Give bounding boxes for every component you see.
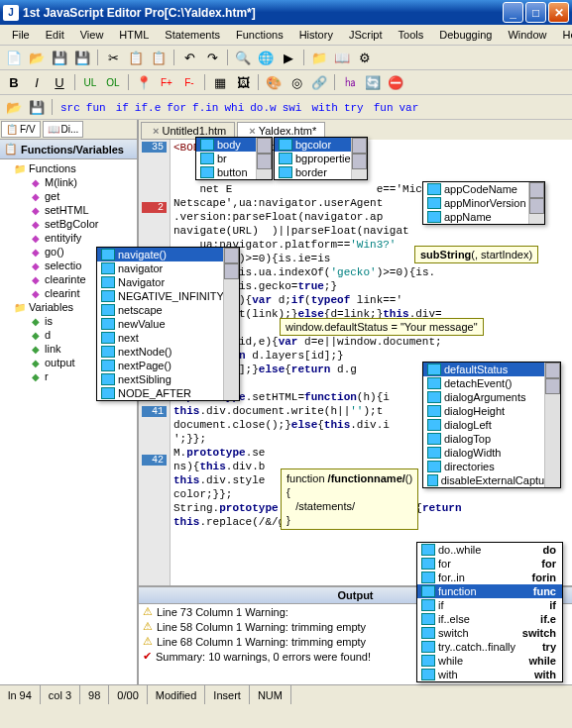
- snippet-fun[interactable]: fun: [371, 102, 397, 114]
- tree-item[interactable]: 📁Functions: [2, 161, 135, 175]
- popup-item[interactable]: do..whiledo: [417, 543, 562, 557]
- popup-item[interactable]: dialogHeight: [423, 404, 560, 418]
- line-number[interactable]: 2: [142, 202, 167, 213]
- link-icon[interactable]: 🔗: [309, 72, 329, 92]
- close-icon[interactable]: ×: [153, 125, 159, 137]
- popup-item[interactable]: if..elseif.e: [417, 612, 562, 626]
- scrollbar[interactable]: [351, 138, 367, 179]
- snippet-do.w[interactable]: do.w: [247, 102, 279, 114]
- popup-item[interactable]: dialogLeft: [423, 418, 560, 432]
- popup-item[interactable]: navigate(): [97, 248, 239, 261]
- snippet-fun[interactable]: fun: [83, 102, 109, 114]
- popup-item[interactable]: switchswitch: [417, 626, 562, 640]
- popup-item[interactable]: withwith: [417, 668, 562, 681]
- popup-item[interactable]: Navigator: [97, 275, 239, 289]
- close-icon[interactable]: ×: [249, 125, 255, 137]
- folder-icon[interactable]: 📁: [309, 48, 329, 67]
- popup-item[interactable]: nextNode(): [97, 345, 239, 359]
- popup-item[interactable]: dialogWidth: [423, 446, 560, 460]
- popup-item[interactable]: ifif: [417, 598, 562, 612]
- book-icon[interactable]: 📖: [332, 48, 352, 67]
- underline-icon[interactable]: U: [50, 72, 69, 92]
- line-number[interactable]: 35: [142, 142, 167, 153]
- popup-item[interactable]: nextPage(): [97, 359, 239, 372]
- font-minus-icon[interactable]: F-: [179, 72, 199, 92]
- snippet-for[interactable]: for: [164, 102, 189, 114]
- anchor-icon[interactable]: 📍: [134, 72, 154, 92]
- popup-item[interactable]: forfor: [417, 557, 562, 571]
- popup-item[interactable]: disableExternalCapture: [423, 473, 560, 487]
- popup-item[interactable]: navigator: [97, 261, 239, 275]
- autocomplete-n[interactable]: navigate()navigatorNavigatorNEGATIVE_INF…: [96, 247, 240, 401]
- popup-item[interactable]: next: [97, 331, 239, 345]
- redo-icon[interactable]: ↷: [202, 48, 222, 67]
- menu-statements[interactable]: Statements: [157, 27, 228, 43]
- snippet-if.e[interactable]: if.e: [132, 102, 164, 114]
- snippet-if[interactable]: if: [113, 102, 132, 114]
- popup-item[interactable]: newValue: [97, 317, 239, 331]
- line-number[interactable]: 41: [142, 406, 167, 417]
- maximize-button[interactable]: □: [525, 2, 546, 23]
- autocomplete-statements[interactable]: do..whiledoforforfor..inforinfunctionfun…: [416, 542, 563, 682]
- refresh-icon[interactable]: 🔄: [363, 72, 383, 92]
- italic-icon[interactable]: I: [27, 72, 47, 92]
- snippet-try[interactable]: try: [341, 102, 367, 114]
- new-icon[interactable]: 📄: [4, 48, 24, 67]
- popup-item[interactable]: directories: [423, 460, 560, 473]
- popup-item[interactable]: for..inforin: [417, 571, 562, 584]
- sidebar-tab-fv[interactable]: 📋 F/V: [1, 121, 41, 138]
- menu-history[interactable]: History: [291, 27, 341, 43]
- find-icon[interactable]: 🔍: [233, 48, 253, 67]
- snippet-whi[interactable]: whi: [221, 102, 247, 114]
- minimize-button[interactable]: _: [503, 2, 523, 23]
- menu-tools[interactable]: Tools: [391, 27, 432, 43]
- ul-icon[interactable]: UL: [80, 72, 100, 92]
- snippet-src[interactable]: src: [57, 102, 83, 114]
- line-number[interactable]: 42: [142, 455, 167, 466]
- font-plus-icon[interactable]: F+: [157, 72, 176, 92]
- saveall-icon[interactable]: 💾: [72, 48, 92, 67]
- popup-item[interactable]: netscape: [97, 303, 239, 317]
- menu-help[interactable]: Help: [555, 27, 572, 43]
- autocomplete-tags[interactable]: bodybrbutton: [195, 137, 273, 180]
- close-button[interactable]: ✕: [548, 2, 569, 23]
- snippet-var[interactable]: var: [397, 102, 422, 114]
- undo-icon[interactable]: ↶: [179, 48, 199, 67]
- popup-item[interactable]: try..catch..finallytry: [417, 640, 562, 654]
- tree-item[interactable]: ◆get: [2, 189, 135, 203]
- menu-jscript[interactable]: JScript: [341, 27, 391, 43]
- html-icon[interactable]: ㏊: [340, 72, 360, 92]
- tree-item[interactable]: ◆entityify: [2, 231, 135, 245]
- menu-debugging[interactable]: Debugging: [431, 27, 500, 43]
- menu-view[interactable]: View: [72, 27, 112, 43]
- popup-item[interactable]: dialogArguments: [423, 390, 560, 404]
- open-icon[interactable]: 📂: [27, 48, 47, 67]
- snippet-swi[interactable]: swi: [280, 102, 305, 114]
- cut-icon[interactable]: ✂: [103, 48, 123, 67]
- popup-item[interactable]: nextSibling: [97, 372, 239, 386]
- tree-item[interactable]: ◆M(link): [2, 175, 135, 189]
- popup-item[interactable]: NODE_AFTER: [97, 386, 239, 400]
- img-icon[interactable]: 🖼: [233, 72, 253, 92]
- menu-file[interactable]: File: [4, 27, 38, 43]
- stop-icon[interactable]: ⛔: [386, 72, 405, 92]
- popup-item[interactable]: dialogTop: [423, 432, 560, 446]
- scrollbar[interactable]: [544, 363, 560, 487]
- bold-icon[interactable]: B: [4, 72, 24, 92]
- popup-item[interactable]: detachEvent(): [423, 376, 560, 390]
- paste-icon[interactable]: 📋: [149, 48, 169, 67]
- popup-item[interactable]: appName: [423, 210, 544, 224]
- save-icon[interactable]: 💾: [50, 48, 69, 67]
- autocomplete-navigator[interactable]: appCodeNameappMinorVersionappName: [422, 181, 545, 225]
- table-icon[interactable]: ▦: [210, 72, 230, 92]
- copy-icon[interactable]: 📋: [126, 48, 146, 67]
- popup-item[interactable]: appCodeName: [423, 182, 544, 196]
- scrollbar[interactable]: [528, 182, 544, 224]
- tree-item[interactable]: ◆setHTML: [2, 203, 135, 217]
- open2-icon[interactable]: 📂: [4, 97, 24, 117]
- save2-icon[interactable]: 💾: [27, 97, 47, 117]
- popup-item[interactable]: appMinorVersion: [423, 196, 544, 210]
- snippet-f.in[interactable]: f.in: [189, 102, 221, 114]
- ol-icon[interactable]: OL: [103, 72, 123, 92]
- run-icon[interactable]: ▶: [279, 48, 298, 67]
